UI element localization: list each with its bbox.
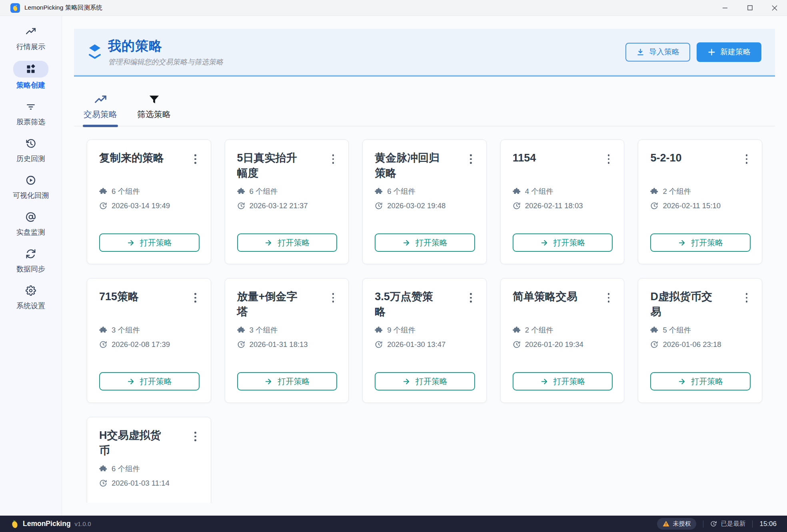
card-components: 9 个组件 bbox=[387, 325, 415, 335]
card-menu-button[interactable] bbox=[191, 428, 200, 458]
clock-update-icon bbox=[650, 202, 658, 210]
arrow-right-icon bbox=[264, 239, 273, 247]
maximize-button[interactable] bbox=[737, 0, 762, 16]
card-components-row: 5 个组件 bbox=[650, 325, 751, 335]
warning-icon bbox=[663, 520, 669, 527]
arrow-right-icon bbox=[127, 239, 135, 247]
window-title: LemonPicking 策略回测系统 bbox=[24, 4, 102, 12]
open-strategy-button[interactable]: 打开策略 bbox=[513, 372, 613, 391]
plus-icon bbox=[707, 48, 716, 56]
sidebar-item-data-sync[interactable]: 数据同步 bbox=[13, 246, 48, 274]
card-meta: 6 个组件 2026-03-14 19:49 bbox=[99, 186, 200, 210]
card-components-row: 2 个组件 bbox=[650, 186, 751, 196]
strategy-card: 简单策略交易 2 个组件 2026-01-20 19:34 打开策略 bbox=[500, 278, 625, 403]
card-menu-button[interactable] bbox=[191, 289, 200, 319]
tab-trading-strategy[interactable]: 交易策略 bbox=[83, 94, 118, 126]
trending-up-icon bbox=[13, 24, 48, 39]
strategy-card: 复制来的策略 6 个组件 2026-03-14 19:49 打开策略 bbox=[87, 139, 211, 264]
gear-icon bbox=[13, 283, 48, 298]
strategy-grid: 复制来的策略 6 个组件 2026-03-14 19:49 打开策略 5日真实抬… bbox=[87, 139, 762, 503]
card-updated-row: 2026-01-31 18:13 bbox=[237, 340, 338, 349]
statusbar-brand: LemonPicking bbox=[23, 520, 71, 528]
open-strategy-button[interactable]: 打开策略 bbox=[650, 233, 751, 252]
card-components-row: 6 个组件 bbox=[237, 186, 338, 196]
app-logo-icon bbox=[10, 3, 20, 13]
download-icon bbox=[636, 48, 645, 56]
sidebar-item-backtest[interactable]: 历史回测 bbox=[13, 136, 48, 163]
dashboard-icon bbox=[13, 61, 48, 78]
open-strategy-button[interactable]: 打开策略 bbox=[513, 233, 613, 252]
open-strategy-button[interactable]: 打开策略 bbox=[375, 233, 475, 252]
puzzle-icon bbox=[513, 187, 521, 195]
card-menu-button[interactable] bbox=[329, 150, 338, 181]
card-head: D虚拟货币交易 bbox=[650, 289, 751, 319]
license-status-label: 未授权 bbox=[673, 520, 691, 528]
open-strategy-button[interactable]: 打开策略 bbox=[375, 372, 475, 391]
strategy-card: H交易虚拟货币 6 个组件 2026-01-03 11:14 打开策略 bbox=[87, 417, 211, 503]
app-window: LemonPicking 策略回测系统 行情展示 bbox=[0, 0, 787, 532]
card-menu-button[interactable] bbox=[467, 150, 475, 181]
card-components-row: 9 个组件 bbox=[375, 325, 475, 335]
card-updated-row: 2026-01-06 23:18 bbox=[650, 340, 751, 349]
strategy-card: D虚拟货币交易 5 个组件 2026-01-06 23:18 打开策略 bbox=[638, 278, 762, 403]
card-meta: 9 个组件 2026-01-30 13:47 bbox=[375, 325, 475, 349]
card-menu-button[interactable] bbox=[743, 289, 751, 319]
card-updated: 2026-01-31 18:13 bbox=[250, 340, 308, 349]
card-title: 5日真实抬升幅度 bbox=[237, 150, 306, 181]
card-updated: 2026-01-20 19:34 bbox=[525, 340, 583, 349]
puzzle-icon bbox=[650, 187, 658, 195]
card-components: 3 个组件 bbox=[112, 325, 140, 335]
card-updated: 2026-03-12 21:37 bbox=[250, 201, 308, 210]
sidebar-item-market[interactable]: 行情展示 bbox=[13, 24, 48, 52]
card-updated: 2026-03-14 19:49 bbox=[112, 201, 170, 210]
card-components-row: 6 个组件 bbox=[99, 464, 200, 474]
open-strategy-button[interactable]: 打开策略 bbox=[650, 372, 751, 391]
sidebar-item-stock-filter[interactable]: 股票筛选 bbox=[13, 99, 48, 127]
play-circle-icon bbox=[13, 173, 48, 188]
sidebar-item-strategy-create[interactable]: 策略创建 bbox=[13, 61, 48, 90]
import-strategy-button[interactable]: 导入策略 bbox=[625, 43, 690, 62]
card-components-row: 3 个组件 bbox=[99, 325, 200, 335]
license-badge[interactable]: 未授权 bbox=[657, 518, 696, 530]
clock-update-icon bbox=[99, 341, 107, 349]
sidebar-item-label: 实盘监测 bbox=[16, 227, 45, 237]
update-status[interactable]: 已是最新 bbox=[710, 520, 745, 528]
card-menu-button[interactable] bbox=[191, 150, 200, 181]
puzzle-icon bbox=[99, 326, 107, 334]
card-components: 6 个组件 bbox=[250, 186, 278, 196]
card-menu-button[interactable] bbox=[605, 150, 613, 181]
open-strategy-button[interactable]: 打开策略 bbox=[99, 372, 200, 391]
open-strategy-button-label: 打开策略 bbox=[278, 376, 310, 387]
arrow-right-icon bbox=[678, 377, 686, 386]
close-button[interactable] bbox=[762, 0, 787, 16]
open-strategy-button-label: 打开策略 bbox=[553, 376, 585, 387]
open-strategy-button-label: 打开策略 bbox=[553, 237, 585, 248]
card-head: 简单策略交易 bbox=[513, 289, 613, 319]
card-menu-button[interactable] bbox=[605, 289, 613, 319]
card-updated: 2026-02-11 18:03 bbox=[525, 201, 583, 210]
strategy-card: 3.5万点赞策略 9 个组件 2026-01-30 13:47 打开策略 bbox=[362, 278, 487, 403]
tab-filter-strategy[interactable]: 筛选策略 bbox=[136, 94, 172, 126]
minimize-button[interactable] bbox=[713, 0, 737, 16]
sidebar-item-label: 数据同步 bbox=[16, 264, 45, 274]
sidebar-item-live-monitor[interactable]: 实盘监测 bbox=[13, 209, 48, 237]
strategy-card: 5日真实抬升幅度 6 个组件 2026-03-12 21:37 打开策略 bbox=[225, 139, 349, 264]
new-strategy-button[interactable]: 新建策略 bbox=[697, 42, 761, 62]
open-strategy-button-label: 打开策略 bbox=[140, 237, 172, 248]
card-components: 6 个组件 bbox=[387, 186, 415, 196]
open-strategy-button[interactable]: 打开策略 bbox=[237, 233, 338, 252]
open-strategy-button[interactable]: 打开策略 bbox=[237, 372, 338, 391]
card-meta: 3 个组件 2026-02-08 17:39 bbox=[99, 325, 200, 349]
sidebar-item-label: 历史回测 bbox=[16, 154, 45, 163]
card-title: D虚拟货币交易 bbox=[650, 289, 719, 319]
sidebar-item-visual-replay[interactable]: 可视化回溯 bbox=[13, 173, 49, 200]
strategy-cards-scroll-area[interactable]: 复制来的策略 6 个组件 2026-03-14 19:49 打开策略 5日真实抬… bbox=[74, 126, 775, 503]
open-strategy-button[interactable]: 打开策略 bbox=[99, 233, 200, 252]
card-head: 3.5万点赞策略 bbox=[375, 289, 475, 319]
card-menu-button[interactable] bbox=[743, 150, 751, 181]
card-updated: 2026-01-30 13:47 bbox=[387, 340, 445, 349]
card-menu-button[interactable] bbox=[467, 289, 475, 319]
sidebar-item-settings[interactable]: 系统设置 bbox=[13, 283, 48, 311]
card-menu-button[interactable] bbox=[329, 289, 338, 319]
statusbar: LemonPicking v1.0.0 未授权 已是最新 15:06 bbox=[0, 516, 787, 532]
